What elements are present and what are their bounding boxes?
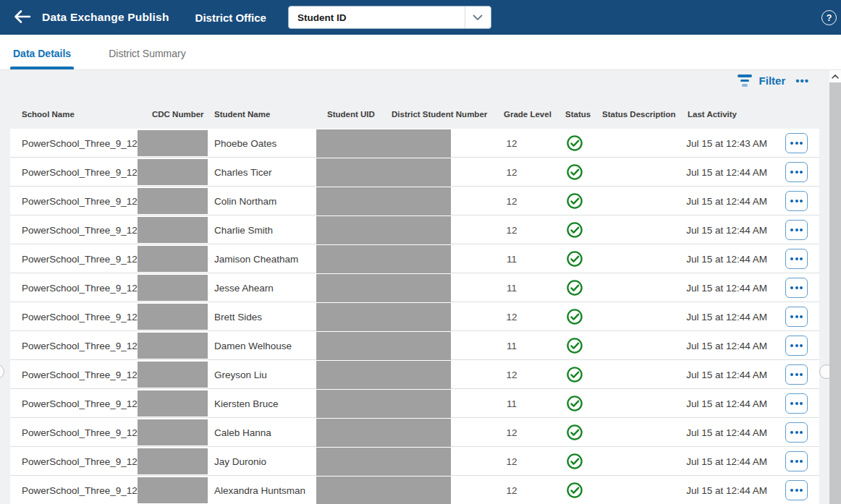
student-name-cell: Charlie Smith <box>214 215 273 244</box>
status-cell <box>566 129 583 158</box>
check-circle-icon <box>566 134 583 152</box>
table-row: PowerSchool_Three_9_12 Alexandra Huntsma… <box>10 476 819 504</box>
grade-level-cell: 11 <box>497 244 526 273</box>
cdc-number-redacted-cell <box>138 275 208 301</box>
scroll-left-paddle[interactable] <box>0 364 4 379</box>
grade-level-cell: 12 <box>497 187 526 215</box>
last-activity-cell: Jul 15 at 12:44 AM <box>662 244 767 273</box>
row-actions-button[interactable] <box>785 249 808 269</box>
row-actions-button[interactable] <box>785 278 808 298</box>
row-actions-button[interactable] <box>785 480 808 500</box>
help-button[interactable]: ? <box>821 10 837 25</box>
table-header-row: School Name CDC Number Student Name Stud… <box>10 103 819 129</box>
column-header-student-name: Student Name <box>214 110 270 119</box>
grade-level-cell: 12 <box>497 302 526 331</box>
school-name-cell: PowerSchool_Three_9_12 <box>22 389 138 418</box>
student-name-cell: Jamison Cheatham <box>214 244 298 273</box>
status-cell <box>566 187 583 215</box>
tab-bar: Data Details District Summary <box>0 35 841 70</box>
filter-icon <box>738 74 752 87</box>
school-name-cell: PowerSchool_Three_9_12 <box>22 476 138 504</box>
school-name-cell: PowerSchool_Three_9_12 <box>22 418 138 447</box>
check-circle-icon <box>566 424 583 441</box>
more-options-button[interactable]: ••• <box>795 74 809 87</box>
back-button[interactable] <box>10 5 35 30</box>
column-header-student-uid: Student UID <box>327 110 375 119</box>
grade-level-cell: 11 <box>497 331 526 360</box>
last-activity-cell: Jul 15 at 12:44 AM <box>662 187 767 215</box>
check-circle-icon <box>566 453 583 470</box>
student-uid-redacted-cell <box>316 245 451 273</box>
student-name-cell: Damen Welhouse <box>214 331 292 360</box>
last-activity-cell: Jul 15 at 12:44 AM <box>662 215 767 244</box>
check-circle-icon <box>566 221 583 239</box>
vertical-scrollbar[interactable] <box>829 70 841 504</box>
row-actions-button[interactable] <box>785 336 808 356</box>
tab-data-details[interactable]: Data Details <box>10 48 74 69</box>
category-dropdown[interactable]: Student ID <box>288 6 491 29</box>
row-actions-button[interactable] <box>785 220 808 240</box>
row-actions-button[interactable] <box>785 422 808 443</box>
student-uid-redacted-cell <box>316 187 451 215</box>
student-uid-redacted-cell <box>316 390 451 418</box>
row-actions-button[interactable] <box>785 393 808 414</box>
last-activity-cell: Jul 15 at 12:44 AM <box>662 273 767 302</box>
status-cell <box>566 158 583 187</box>
status-cell <box>566 331 583 360</box>
column-header-school-name: School Name <box>22 110 75 119</box>
content-area: Filter ••• School Name CDC Number Studen… <box>0 70 841 504</box>
student-name-cell: Kiersten Bruce <box>214 389 279 418</box>
check-circle-icon <box>566 308 583 325</box>
last-activity-cell: Jul 15 at 12:44 AM <box>662 302 767 331</box>
context-label: District Office <box>195 12 266 24</box>
school-name-cell: PowerSchool_Three_9_12 <box>22 360 138 389</box>
cdc-number-redacted-cell <box>138 390 208 417</box>
filter-label: Filter <box>759 74 786 87</box>
student-uid-redacted-cell <box>316 303 451 331</box>
row-actions-button[interactable] <box>785 364 808 385</box>
student-data-table: School Name CDC Number Student Name Stud… <box>10 103 819 504</box>
row-actions-button[interactable] <box>785 451 808 471</box>
student-name-cell: Alexandra Huntsman <box>214 476 305 504</box>
filter-button[interactable]: Filter <box>738 74 786 87</box>
table-row: PowerSchool_Three_9_12 Charlie Smith 12 … <box>10 215 819 244</box>
school-name-cell: PowerSchool_Three_9_12 <box>22 273 138 302</box>
last-activity-cell: Jul 15 at 12:44 AM <box>662 158 767 187</box>
last-activity-cell: Jul 15 at 12:44 AM <box>662 418 767 447</box>
status-cell <box>566 215 583 244</box>
student-uid-redacted-cell <box>316 158 451 187</box>
cdc-number-redacted-cell <box>138 448 208 474</box>
student-uid-redacted-cell <box>316 274 451 302</box>
student-uid-redacted-cell <box>316 477 451 504</box>
cdc-number-redacted-cell <box>138 419 208 445</box>
check-circle-icon <box>566 279 583 296</box>
table-row: PowerSchool_Three_9_12 Caleb Hanna 12 Ju… <box>10 418 819 447</box>
table-row: PowerSchool_Three_9_12 Charles Ticer 12 … <box>10 158 819 187</box>
row-actions-button[interactable] <box>785 133 808 153</box>
cdc-number-redacted-cell <box>138 159 208 185</box>
grade-level-cell: 12 <box>497 360 526 389</box>
column-header-cdc-number: CDC Number <box>152 110 204 119</box>
column-header-district-student-number: District Student Number <box>392 110 487 119</box>
check-circle-icon <box>566 482 583 499</box>
student-uid-redacted-cell <box>316 361 451 389</box>
table-row: PowerSchool_Three_9_12 Kiersten Bruce 11… <box>10 389 819 418</box>
student-name-cell: Caleb Hanna <box>214 418 271 447</box>
status-cell <box>566 389 583 418</box>
student-uid-redacted-cell <box>316 332 451 360</box>
table-row: PowerSchool_Three_9_12 Jamison Cheatham … <box>10 244 819 273</box>
row-actions-button[interactable] <box>785 162 808 182</box>
student-uid-redacted-cell <box>316 419 451 447</box>
cdc-number-redacted-cell <box>138 130 208 156</box>
check-circle-icon <box>566 337 583 354</box>
status-cell <box>566 244 583 273</box>
scroll-up-button[interactable] <box>829 70 841 82</box>
row-actions-button[interactable] <box>785 307 808 327</box>
school-name-cell: PowerSchool_Three_9_12 <box>22 215 138 244</box>
school-name-cell: PowerSchool_Three_9_12 <box>22 129 138 158</box>
row-actions-button[interactable] <box>785 191 808 211</box>
table-body: PowerSchool_Three_9_12 Phoebe Oates 12 J… <box>10 129 819 504</box>
last-activity-cell: Jul 15 at 12:44 AM <box>662 331 767 360</box>
student-name-cell: Greyson Liu <box>214 360 267 389</box>
tab-district-summary[interactable]: District Summary <box>106 48 189 69</box>
